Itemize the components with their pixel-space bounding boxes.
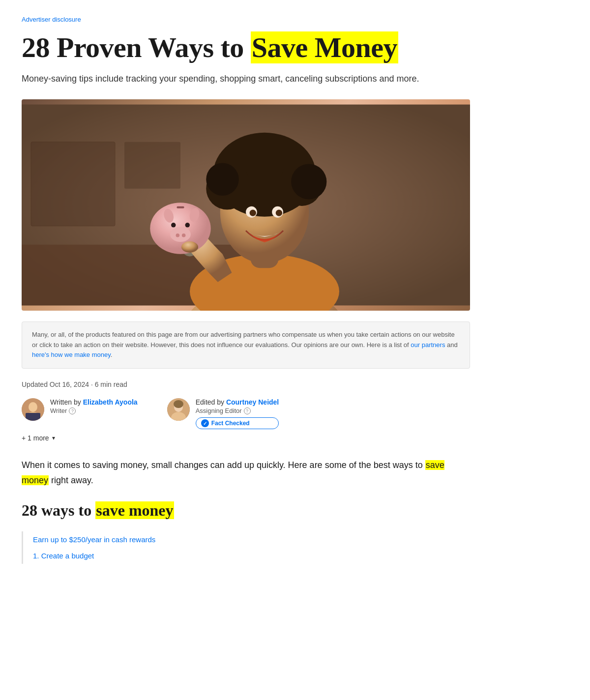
hero-image xyxy=(22,99,470,311)
intro-text-before: When it comes to saving money, small cha… xyxy=(22,460,425,470)
svg-point-18 xyxy=(291,164,326,199)
fact-checked-badge[interactable]: ✓ Fact Checked xyxy=(196,417,279,429)
svg-point-16 xyxy=(245,146,284,185)
more-authors-label: + 1 more xyxy=(22,434,49,442)
authors-row: Written by Elizabeth Ayoola Writer ? xyxy=(22,398,470,429)
section-heading: 28 ways to save money xyxy=(22,501,470,520)
editor-avatar xyxy=(167,398,190,421)
editor-info-icon[interactable]: ? xyxy=(244,408,251,414)
svg-rect-36 xyxy=(26,413,40,421)
section-heading-prefix: 28 ways to xyxy=(22,501,95,519)
writer-info: Written by Elizabeth Ayoola Writer ? xyxy=(50,398,138,414)
toc-promo-link[interactable]: Earn up to $250/year in cash rewards xyxy=(33,531,470,548)
svg-rect-3 xyxy=(31,142,115,226)
partners-link[interactable]: our partners xyxy=(411,341,445,349)
article-intro: When it comes to saving money, small cha… xyxy=(22,458,470,488)
editor-role: Assigning Editor ? xyxy=(196,407,279,414)
editor-role-label: Assigning Editor xyxy=(196,407,242,414)
section-heading-highlight: save money xyxy=(95,501,174,519)
editor-name-link[interactable]: Courtney Neidel xyxy=(226,398,279,406)
hero-image-svg xyxy=(22,99,470,311)
writer-block: Written by Elizabeth Ayoola Writer ? xyxy=(22,398,138,421)
svg-point-34 xyxy=(29,402,37,412)
toc-item-1[interactable]: 1. Create a budget xyxy=(33,548,470,564)
article-subtitle: Money-saving tips include tracking your … xyxy=(22,72,444,86)
chevron-down-icon: ▾ xyxy=(52,435,55,441)
svg-point-26 xyxy=(182,233,186,237)
writer-role: Writer ? xyxy=(50,407,138,414)
editor-block: Edited by Courtney Neidel Assigning Edit… xyxy=(167,398,279,429)
written-by-label: Written by xyxy=(50,398,81,406)
svg-point-22 xyxy=(276,209,282,216)
toc-box: Earn up to $250/year in cash rewards 1. … xyxy=(22,531,470,564)
editor-info: Edited by Courtney Neidel Assigning Edit… xyxy=(196,398,279,429)
svg-point-25 xyxy=(176,233,180,237)
edited-by-label: Edited by xyxy=(196,398,224,406)
fact-checked-label: Fact Checked xyxy=(211,420,250,427)
svg-point-40 xyxy=(174,400,183,408)
svg-point-21 xyxy=(250,209,256,216)
svg-rect-4 xyxy=(124,142,180,189)
meta-separator: · xyxy=(91,380,95,388)
writer-name-link[interactable]: Elizabeth Ayoola xyxy=(83,398,138,406)
title-highlight: Save Money xyxy=(251,31,398,63)
read-time: 6 min read xyxy=(95,380,127,388)
advertiser-disclosure-link[interactable]: Advertiser disclosure xyxy=(22,16,470,23)
svg-point-32 xyxy=(181,241,198,253)
editor-label-line: Edited by Courtney Neidel xyxy=(196,398,279,406)
writer-info-icon[interactable]: ? xyxy=(69,408,76,414)
writer-avatar xyxy=(22,398,44,421)
how-we-make-money-link[interactable]: here's how we make money xyxy=(32,351,111,358)
title-prefix: 28 Proven Ways to xyxy=(22,31,251,63)
svg-point-24 xyxy=(170,227,191,241)
disclaimer-text-after: . xyxy=(111,351,113,358)
svg-point-28 xyxy=(185,223,190,228)
disclaimer-text-before: Many, or all, of the products featured o… xyxy=(32,331,455,349)
intro-text-after: right away. xyxy=(49,475,93,485)
article-title: 28 Proven Ways to Save Money xyxy=(22,32,470,63)
updated-date: Updated Oct 16, 2024 xyxy=(22,380,89,388)
svg-point-27 xyxy=(171,223,176,228)
svg-rect-31 xyxy=(177,206,184,208)
disclaimer-box: Many, or all, of the products featured o… xyxy=(22,321,470,369)
disclaimer-text-between: and xyxy=(445,341,457,349)
writer-label-line: Written by Elizabeth Ayoola xyxy=(50,398,138,406)
more-authors-toggle[interactable]: + 1 more ▾ xyxy=(22,434,470,442)
writer-role-label: Writer xyxy=(50,407,67,414)
meta-info: Updated Oct 16, 2024 · 6 min read xyxy=(22,380,470,388)
svg-point-17 xyxy=(206,163,239,196)
check-icon: ✓ xyxy=(201,419,209,427)
